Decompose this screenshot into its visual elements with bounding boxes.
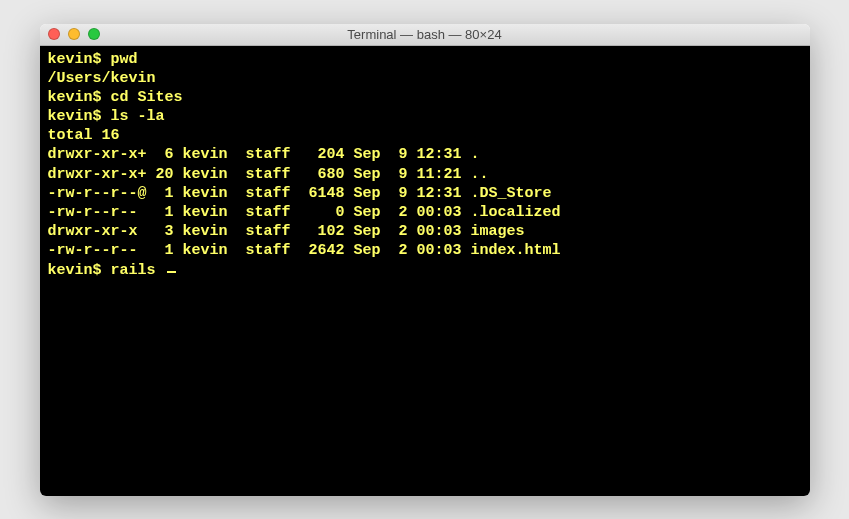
- prompt: kevin$: [48, 51, 111, 68]
- close-icon[interactable]: [48, 28, 60, 40]
- terminal-current-line: kevin$ rails: [48, 262, 176, 279]
- terminal-line: total 16: [48, 127, 120, 144]
- prompt: kevin$: [48, 89, 111, 106]
- terminal-line: drwxr-xr-x 3 kevin staff 102 Sep 2 00:03…: [48, 223, 525, 240]
- terminal-line: /Users/kevin: [48, 70, 156, 87]
- output-text: -rw-r--r-- 1 kevin staff 2642 Sep 2 00:0…: [48, 242, 561, 259]
- command-text: cd Sites: [111, 89, 183, 106]
- traffic-lights: [48, 28, 100, 40]
- terminal-line: -rw-r--r-- 1 kevin staff 2642 Sep 2 00:0…: [48, 242, 561, 259]
- command-text: ls -la: [111, 108, 165, 125]
- output-text: -rw-r--r-- 1 kevin staff 0 Sep 2 00:03 .…: [48, 204, 561, 221]
- output-text: total 16: [48, 127, 120, 144]
- prompt: kevin$: [48, 262, 111, 279]
- terminal-line: kevin$ ls -la: [48, 108, 165, 125]
- prompt: kevin$: [48, 108, 111, 125]
- terminal-window: Terminal — bash — 80×24 kevin$ pwd /User…: [40, 24, 810, 496]
- output-text: drwxr-xr-x+ 6 kevin staff 204 Sep 9 12:3…: [48, 146, 480, 163]
- window-title: Terminal — bash — 80×24: [40, 27, 810, 42]
- terminal-line: kevin$ pwd: [48, 51, 138, 68]
- zoom-icon[interactable]: [88, 28, 100, 40]
- terminal-line: drwxr-xr-x+ 20 kevin staff 680 Sep 9 11:…: [48, 166, 489, 183]
- terminal-line: -rw-r--r--@ 1 kevin staff 6148 Sep 9 12:…: [48, 185, 552, 202]
- command-text: pwd: [111, 51, 138, 68]
- cursor-icon: [167, 271, 176, 273]
- output-text: drwxr-xr-x 3 kevin staff 102 Sep 2 00:03…: [48, 223, 525, 240]
- minimize-icon[interactable]: [68, 28, 80, 40]
- output-text: /Users/kevin: [48, 70, 156, 87]
- terminal-content[interactable]: kevin$ pwd /Users/kevin kevin$ cd Sites …: [40, 46, 810, 496]
- terminal-line: -rw-r--r-- 1 kevin staff 0 Sep 2 00:03 .…: [48, 204, 561, 221]
- output-text: -rw-r--r--@ 1 kevin staff 6148 Sep 9 12:…: [48, 185, 552, 202]
- terminal-line: kevin$ cd Sites: [48, 89, 183, 106]
- terminal-line: drwxr-xr-x+ 6 kevin staff 204 Sep 9 12:3…: [48, 146, 480, 163]
- output-text: drwxr-xr-x+ 20 kevin staff 680 Sep 9 11:…: [48, 166, 489, 183]
- current-input[interactable]: rails: [111, 262, 165, 279]
- titlebar[interactable]: Terminal — bash — 80×24: [40, 24, 810, 46]
